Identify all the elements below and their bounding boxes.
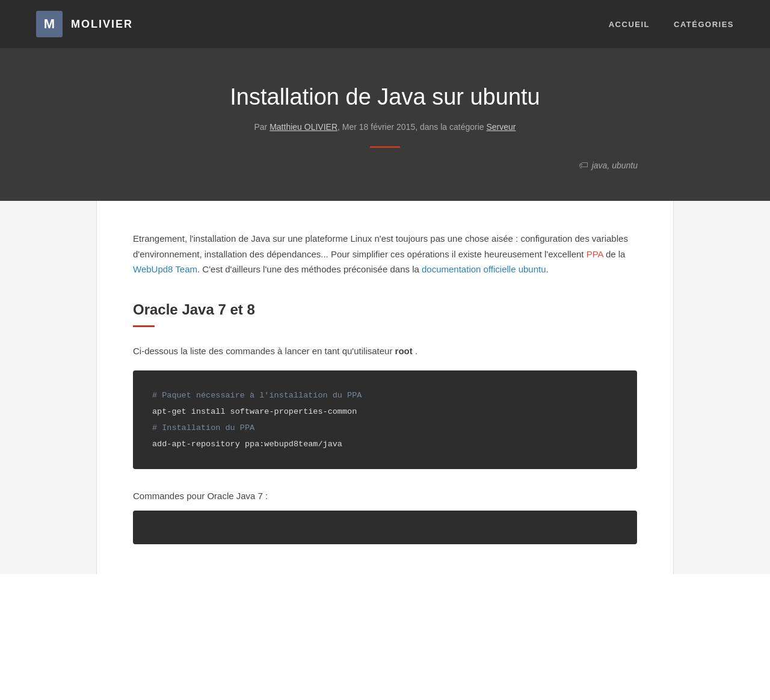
page-title: Installation de Java sur ubuntu: [12, 84, 758, 110]
intro-paragraph: Etrangement, l'installation de Java sur …: [133, 231, 637, 277]
command-intro-before: Ci-dessous la liste des commandes à lanc…: [133, 346, 395, 356]
hero-section: Installation de Java sur ubuntu Par Matt…: [0, 48, 770, 201]
hero-divider: [370, 146, 400, 148]
intro-end-text: . C'est d'ailleurs l'une des méthodes pr…: [197, 264, 422, 274]
code-comment-2: # Installation du PPA: [152, 420, 618, 436]
section-underline: [133, 325, 155, 327]
nav-categories[interactable]: CATÉGORIES: [674, 20, 734, 29]
logo-area[interactable]: M MOLIVIER: [36, 11, 133, 37]
intro-middle: de la: [603, 249, 626, 259]
tags-area: 🏷 java, ubuntu: [12, 160, 758, 171]
nav-accueil[interactable]: ACCUEIL: [609, 20, 650, 29]
author-link[interactable]: Matthieu OLIVIER: [270, 122, 337, 132]
oracle-subheading: Commandes pour Oracle Java 7 :: [133, 491, 637, 501]
ppa-link[interactable]: PPA: [587, 249, 603, 259]
tags-text: java, ubuntu: [592, 161, 638, 170]
category-link[interactable]: Serveur: [486, 122, 516, 132]
code-command-1: apt-get install software-properties-comm…: [152, 404, 618, 420]
site-header: M MOLIVIER ACCUEIL CATÉGORIES: [0, 0, 770, 48]
tag-icon: 🏷: [579, 160, 588, 171]
post-meta: Par Matthieu OLIVIER, Mer 18 février 201…: [12, 122, 758, 132]
code-block-1: # Paquet nécessaire à l'installation du …: [133, 370, 637, 469]
content-wrapper: Etrangement, l'installation de Java sur …: [0, 201, 770, 574]
content-inner: Etrangement, l'installation de Java sur …: [96, 201, 674, 574]
site-name: MOLIVIER: [71, 18, 133, 31]
main-nav: ACCUEIL CATÉGORIES: [609, 20, 734, 29]
command-intro-bold: root: [395, 346, 413, 356]
code-block-2: [133, 511, 637, 544]
code-comment-1: # Paquet nécessaire à l'installation du …: [152, 387, 618, 404]
intro-text-start: Etrangement, l'installation de Java sur …: [133, 233, 628, 259]
code-command-2: add-apt-repository ppa:webupd8team/java: [152, 436, 618, 452]
logo-box: M: [36, 11, 63, 37]
command-intro-after: .: [413, 346, 417, 356]
meta-date: , Mer 18 février 2015, dans la catégorie: [337, 122, 486, 132]
intro-final: .: [546, 264, 549, 274]
command-intro: Ci-dessous la liste des commandes à lanc…: [133, 344, 637, 358]
logo-letter: M: [44, 16, 55, 32]
webupd8-link[interactable]: WebUpd8 Team: [133, 264, 197, 274]
meta-prefix: Par: [254, 122, 270, 132]
doc-link[interactable]: documentation officielle ubuntu: [422, 264, 546, 274]
section-heading: Oracle Java 7 et 8: [133, 301, 637, 318]
